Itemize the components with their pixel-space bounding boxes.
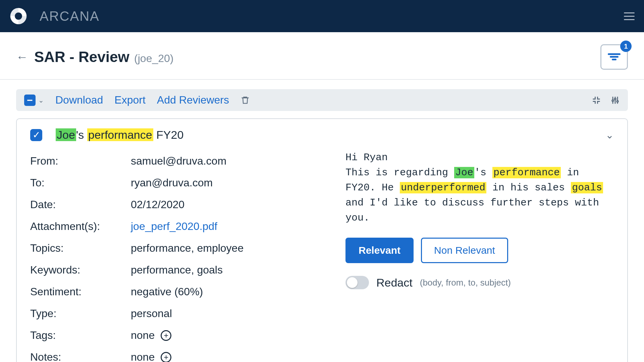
email-content-line: This is regarding Joe's performance in F… <box>345 165 614 226</box>
collapse-icon[interactable] <box>592 96 601 105</box>
export-button[interactable]: Export <box>114 94 145 106</box>
filter-button[interactable]: 1 <box>600 44 628 70</box>
metadata-column: From:samuel@druva.com To:ryan@druva.com … <box>30 150 325 362</box>
topics-value: performance, employee <box>131 242 244 254</box>
redact-toggle[interactable] <box>345 276 369 289</box>
type-value: personal <box>131 307 172 320</box>
keywords-label: Keywords: <box>30 264 131 276</box>
attachment-label: Attachment(s): <box>30 220 131 233</box>
relevant-button[interactable]: Relevant <box>345 238 414 263</box>
redact-row: Redact (body, from, to, subject) <box>345 276 614 289</box>
attachment-link[interactable]: joe_perf_2020.pdf <box>131 220 217 233</box>
from-value: samuel@druva.com <box>131 155 226 167</box>
page-title-block: SAR - Review (joe_20) <box>34 49 174 65</box>
notes-value: none+ <box>131 351 171 362</box>
content-area: − ⌄ Download Export Add Reviewers ✓ J <box>0 80 644 362</box>
tags-label: Tags: <box>30 329 131 342</box>
non-relevant-button[interactable]: Non Relevant <box>421 238 508 263</box>
date-value: 02/12/2020 <box>131 198 184 211</box>
highlight-name: Joe <box>454 167 474 178</box>
sentiment-label: Sentiment: <box>30 286 131 298</box>
topbar-left: ARCANA <box>9 7 100 25</box>
notes-label: Notes: <box>30 351 131 362</box>
menu-icon[interactable] <box>624 10 635 22</box>
select-all-group: − ⌄ <box>24 95 44 106</box>
svg-point-0 <box>612 100 614 101</box>
email-greeting: Hi Ryan <box>345 150 614 165</box>
redact-hint: (body, from, to, subject) <box>420 278 511 288</box>
settings-sliders-icon[interactable] <box>610 96 620 105</box>
to-value: ryan@druva.com <box>131 177 213 189</box>
select-dropdown-chevron-icon[interactable]: ⌄ <box>38 96 44 104</box>
toolbar: − ⌄ Download Export Add Reviewers <box>16 89 628 111</box>
page-subtitle: (joe_20) <box>134 52 173 64</box>
to-label: To: <box>30 177 131 189</box>
highlight-keyword: performance <box>492 167 561 178</box>
type-label: Type: <box>30 307 131 320</box>
highlight-keyword: performance <box>87 128 153 141</box>
download-button[interactable]: Download <box>55 94 103 106</box>
keywords-value: performance, goals <box>131 264 223 276</box>
tags-value: none+ <box>131 329 171 342</box>
filter-icon <box>608 52 621 62</box>
back-arrow-icon[interactable]: ← <box>16 51 28 63</box>
item-checkbox[interactable]: ✓ <box>30 129 42 141</box>
sentiment-value: negative (60%) <box>131 286 203 298</box>
from-label: From: <box>30 155 131 167</box>
email-body: Hi Ryan This is regarding Joe's performa… <box>345 150 614 226</box>
action-buttons: Relevant Non Relevant <box>345 238 614 263</box>
app-logo-icon <box>9 7 28 25</box>
result-card-1: ✓ Joe's performance FY20 ⌄ From:samuel@d… <box>16 118 628 362</box>
page-header: ← SAR - Review (joe_20) 1 <box>0 32 644 80</box>
topics-label: Topics: <box>30 242 131 254</box>
body-column: Hi Ryan This is regarding Joe's performa… <box>345 150 614 362</box>
filter-badge: 1 <box>620 41 632 52</box>
page-header-left: ← SAR - Review (joe_20) <box>16 49 174 65</box>
highlight-keyword: goals <box>571 182 603 193</box>
svg-point-1 <box>614 98 616 100</box>
add-tag-icon[interactable]: + <box>161 330 171 341</box>
highlight-keyword: underperformed <box>400 182 486 193</box>
page-title: SAR - Review <box>34 49 129 65</box>
svg-point-2 <box>617 101 619 102</box>
delete-icon[interactable] <box>240 95 250 106</box>
highlight-name: Joe <box>56 128 76 141</box>
redact-label: Redact <box>376 276 413 289</box>
collapse-chevron-icon[interactable]: ⌄ <box>605 129 614 141</box>
add-note-icon[interactable]: + <box>161 352 171 362</box>
item-title: Joe's performance FY20 <box>56 128 183 141</box>
add-reviewers-button[interactable]: Add Reviewers <box>157 94 229 106</box>
date-label: Date: <box>30 198 131 211</box>
select-all-checkbox[interactable]: − <box>24 95 36 106</box>
brand-name: ARCANA <box>40 9 100 24</box>
topbar: ARCANA <box>0 0 644 32</box>
